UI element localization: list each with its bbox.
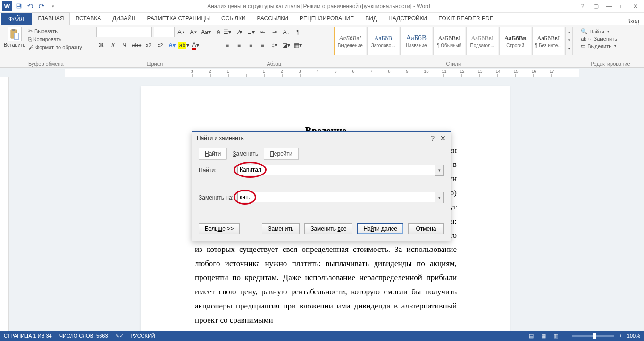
change-case-icon[interactable]: Aa▾ [201,27,211,37]
format-painter-button[interactable]: 🖌Формат по образцу [28,44,82,50]
copy-button[interactable]: ⎘Копировать [28,36,82,42]
replace-history-dropdown-icon[interactable]: ▾ [435,192,444,203]
tab-home[interactable]: ГЛАВНАЯ [32,12,70,25]
style-item[interactable]: АаБбВвСтрогий [499,27,531,55]
style-gallery-more-icon[interactable]: ▴▾▾ [565,27,573,55]
style-item[interactable]: АаБбВвІ¶ Без инте... [532,27,564,55]
tab-view[interactable]: ВИД [360,13,383,25]
select-button[interactable]: ▭Выделить▾ [581,43,640,49]
tab-page-layout[interactable]: РАЗМЕТКА СТРАНИЦЫ [142,13,216,25]
replace-label: Заменить на: [199,194,237,201]
paste-icon [8,27,22,41]
cut-button[interactable]: ✂Вырезать [28,28,82,34]
maximize-icon[interactable]: □ [618,3,627,9]
qat-customize-icon[interactable]: ▾ [48,1,58,11]
zoom-slider[interactable] [572,335,614,337]
find-history-dropdown-icon[interactable]: ▾ [435,165,444,176]
find-button[interactable]: 🔍Найти▾ [581,28,640,34]
increase-indent-icon[interactable]: ⇥ [269,27,280,37]
zoom-in-icon[interactable]: + [619,333,622,339]
text-effects-icon[interactable]: A▾ [167,40,177,50]
decrease-indent-icon[interactable]: ⇤ [258,27,268,37]
style-item[interactable]: АаБбВНазвание [400,27,432,55]
align-left-icon[interactable]: ≡ [222,40,233,50]
replace-input[interactable] [237,192,435,202]
read-mode-icon[interactable]: ▤ [527,332,535,340]
multilevel-icon[interactable]: ≣▾ [246,27,256,37]
group-label-font: Шрифт [96,61,214,67]
print-layout-icon[interactable]: ▦ [540,332,547,340]
horizontal-ruler[interactable]: 3211234567891011121314151617 [65,69,579,77]
dialog-help-icon[interactable]: ? [431,134,435,142]
help-icon[interactable]: ? [578,3,587,9]
vertical-ruler[interactable] [0,77,9,333]
tab-references[interactable]: ССЫЛКИ [216,13,251,25]
replace-one-button[interactable]: Заменить [262,223,300,234]
align-right-icon[interactable]: ≡ [246,40,256,50]
dialog-title-bar[interactable]: Найти и заменить ? ✕ [192,132,451,145]
tab-design[interactable]: ДИЗАЙН [107,13,141,25]
status-page[interactable]: СТРАНИЦА 1 ИЗ 34 [4,333,52,339]
style-item[interactable]: АаБбВЗаголово... [367,27,399,55]
dialog-tab-goto[interactable]: Перейти [264,148,299,160]
ribbon-display-icon[interactable]: ▢ [591,3,601,9]
undo-icon[interactable] [25,1,35,11]
more-button[interactable]: Больше >> [199,223,240,234]
replace-all-button[interactable]: Заменить все [304,223,352,234]
font-color-icon[interactable]: A▾ [191,40,201,50]
group-editing: 🔍Найти▾ ab↔Заменить ▭Выделить▾ Редактиро… [577,25,644,67]
sign-in-link[interactable]: Вход [627,18,644,25]
subscript-button[interactable]: x2 [143,40,154,50]
bullets-icon[interactable]: ☰▾ [222,27,233,37]
save-icon[interactable] [14,1,24,11]
tab-review[interactable]: РЕЦЕНЗИРОВАНИЕ [294,13,360,25]
tab-insert[interactable]: ВСТАВКА [70,13,107,25]
sort-icon[interactable]: A↓ [281,27,292,37]
show-marks-icon[interactable]: ¶ [293,27,303,37]
tab-file[interactable]: ФАЙЛ [1,13,32,25]
paste-button[interactable]: Вставить [4,27,25,48]
dialog-tab-find[interactable]: Найти [199,148,227,160]
shading-icon[interactable]: ◪▾ [281,40,292,50]
spellcheck-icon[interactable]: ✎✓ [116,332,123,340]
font-size-combo[interactable] [154,27,175,37]
style-item[interactable]: АаБбВвІ¶ Обычный [433,27,465,55]
status-language[interactable]: РУССКИЙ [131,333,155,339]
cancel-button[interactable]: Отмена [408,223,444,234]
bold-button[interactable]: Ж [96,40,107,50]
style-item[interactable]: АаБбВвІПодзагол... [466,27,498,55]
svg-rect-4 [14,33,19,39]
replace-button[interactable]: ab↔Заменить [581,36,640,42]
numbering-icon[interactable]: ⅟▾ [234,27,244,37]
align-center-icon[interactable]: ≡ [234,40,244,50]
strike-button[interactable]: abc [132,40,142,50]
tab-mailings[interactable]: РАССЫЛКИ [251,13,294,25]
find-next-button[interactable]: Найти далее [357,223,403,234]
status-bar: СТРАНИЦА 1 ИЗ 34 ЧИСЛО СЛОВ: 5663 ✎✓ РУС… [0,331,644,341]
justify-icon[interactable]: ≡ [258,40,268,50]
style-gallery[interactable]: АаБбВвІВыделение АаБбВЗаголово... АаБбВН… [334,27,573,55]
dialog-close-icon[interactable]: ✕ [440,134,446,142]
find-input[interactable] [237,165,435,175]
close-icon[interactable]: ✕ [631,3,640,9]
italic-button[interactable]: К [108,40,118,50]
web-layout-icon[interactable]: ▥ [552,332,560,340]
redo-icon[interactable] [37,1,46,11]
status-words[interactable]: ЧИСЛО СЛОВ: 5663 [59,333,108,339]
line-spacing-icon[interactable]: ‡▾ [269,40,280,50]
tab-foxit[interactable]: FOXIT READER PDF [433,13,499,25]
dialog-tab-replace[interactable]: Заменить [226,148,264,160]
style-item[interactable]: АаБбВвІВыделение [334,27,366,55]
zoom-level[interactable]: 100% [627,333,640,339]
title-bar: W ▾ Анализ цены и структуры капитала [Ре… [0,0,644,13]
underline-button[interactable]: Ч [120,40,130,50]
zoom-out-icon[interactable]: − [564,333,567,339]
tab-addins[interactable]: НАДСТРОЙКИ [383,13,433,25]
font-name-combo[interactable] [96,27,152,37]
grow-font-icon[interactable]: A▲ [176,27,187,37]
borders-icon[interactable]: ▦▾ [293,40,303,50]
minimize-icon[interactable]: — [604,3,614,9]
highlight-icon[interactable]: ab▾ [179,40,189,50]
shrink-font-icon[interactable]: A▼ [189,27,199,37]
superscript-button[interactable]: x2 [155,40,166,50]
